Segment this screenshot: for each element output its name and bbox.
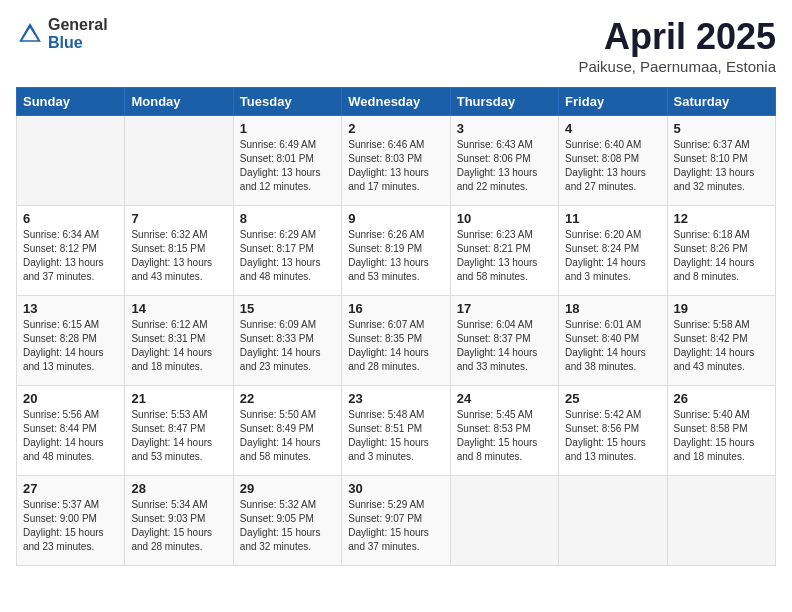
calendar-cell: 3Sunrise: 6:43 AM Sunset: 8:06 PM Daylig… — [450, 116, 558, 206]
day-info: Sunrise: 6:15 AM Sunset: 8:28 PM Dayligh… — [23, 318, 118, 374]
page-header: General Blue April 2025 Paikuse, Paernum… — [16, 16, 776, 75]
day-number: 21 — [131, 391, 226, 406]
day-info: Sunrise: 5:48 AM Sunset: 8:51 PM Dayligh… — [348, 408, 443, 464]
calendar-cell — [17, 116, 125, 206]
day-info: Sunrise: 6:46 AM Sunset: 8:03 PM Dayligh… — [348, 138, 443, 194]
day-info: Sunrise: 6:32 AM Sunset: 8:15 PM Dayligh… — [131, 228, 226, 284]
day-number: 24 — [457, 391, 552, 406]
day-info: Sunrise: 6:20 AM Sunset: 8:24 PM Dayligh… — [565, 228, 660, 284]
weekday-header-saturday: Saturday — [667, 88, 775, 116]
calendar-table: SundayMondayTuesdayWednesdayThursdayFrid… — [16, 87, 776, 566]
day-number: 10 — [457, 211, 552, 226]
day-info: Sunrise: 6:04 AM Sunset: 8:37 PM Dayligh… — [457, 318, 552, 374]
calendar-cell: 13Sunrise: 6:15 AM Sunset: 8:28 PM Dayli… — [17, 296, 125, 386]
day-number: 29 — [240, 481, 335, 496]
calendar-cell: 4Sunrise: 6:40 AM Sunset: 8:08 PM Daylig… — [559, 116, 667, 206]
day-number: 23 — [348, 391, 443, 406]
day-info: Sunrise: 6:29 AM Sunset: 8:17 PM Dayligh… — [240, 228, 335, 284]
calendar-cell: 16Sunrise: 6:07 AM Sunset: 8:35 PM Dayli… — [342, 296, 450, 386]
day-number: 28 — [131, 481, 226, 496]
calendar-cell: 20Sunrise: 5:56 AM Sunset: 8:44 PM Dayli… — [17, 386, 125, 476]
calendar-cell: 6Sunrise: 6:34 AM Sunset: 8:12 PM Daylig… — [17, 206, 125, 296]
calendar-cell: 17Sunrise: 6:04 AM Sunset: 8:37 PM Dayli… — [450, 296, 558, 386]
day-info: Sunrise: 6:01 AM Sunset: 8:40 PM Dayligh… — [565, 318, 660, 374]
calendar-cell: 18Sunrise: 6:01 AM Sunset: 8:40 PM Dayli… — [559, 296, 667, 386]
calendar-week-row: 13Sunrise: 6:15 AM Sunset: 8:28 PM Dayli… — [17, 296, 776, 386]
day-info: Sunrise: 5:32 AM Sunset: 9:05 PM Dayligh… — [240, 498, 335, 554]
calendar-week-row: 1Sunrise: 6:49 AM Sunset: 8:01 PM Daylig… — [17, 116, 776, 206]
day-info: Sunrise: 5:37 AM Sunset: 9:00 PM Dayligh… — [23, 498, 118, 554]
weekday-header-tuesday: Tuesday — [233, 88, 341, 116]
day-info: Sunrise: 5:56 AM Sunset: 8:44 PM Dayligh… — [23, 408, 118, 464]
day-info: Sunrise: 6:12 AM Sunset: 8:31 PM Dayligh… — [131, 318, 226, 374]
title-block: April 2025 Paikuse, Paernumaa, Estonia — [578, 16, 776, 75]
day-number: 3 — [457, 121, 552, 136]
calendar-cell — [559, 476, 667, 566]
logo-general-text: General — [48, 16, 108, 34]
day-number: 6 — [23, 211, 118, 226]
day-number: 18 — [565, 301, 660, 316]
day-info: Sunrise: 6:26 AM Sunset: 8:19 PM Dayligh… — [348, 228, 443, 284]
day-info: Sunrise: 5:58 AM Sunset: 8:42 PM Dayligh… — [674, 318, 769, 374]
day-number: 19 — [674, 301, 769, 316]
calendar-cell: 30Sunrise: 5:29 AM Sunset: 9:07 PM Dayli… — [342, 476, 450, 566]
calendar-cell — [125, 116, 233, 206]
calendar-cell: 7Sunrise: 6:32 AM Sunset: 8:15 PM Daylig… — [125, 206, 233, 296]
calendar-cell — [667, 476, 775, 566]
calendar-cell: 24Sunrise: 5:45 AM Sunset: 8:53 PM Dayli… — [450, 386, 558, 476]
day-info: Sunrise: 6:18 AM Sunset: 8:26 PM Dayligh… — [674, 228, 769, 284]
day-info: Sunrise: 5:50 AM Sunset: 8:49 PM Dayligh… — [240, 408, 335, 464]
calendar-cell: 5Sunrise: 6:37 AM Sunset: 8:10 PM Daylig… — [667, 116, 775, 206]
day-number: 16 — [348, 301, 443, 316]
day-info: Sunrise: 5:40 AM Sunset: 8:58 PM Dayligh… — [674, 408, 769, 464]
month-title: April 2025 — [578, 16, 776, 58]
calendar-cell: 2Sunrise: 6:46 AM Sunset: 8:03 PM Daylig… — [342, 116, 450, 206]
calendar-cell: 22Sunrise: 5:50 AM Sunset: 8:49 PM Dayli… — [233, 386, 341, 476]
day-info: Sunrise: 6:09 AM Sunset: 8:33 PM Dayligh… — [240, 318, 335, 374]
calendar-cell: 9Sunrise: 6:26 AM Sunset: 8:19 PM Daylig… — [342, 206, 450, 296]
day-number: 11 — [565, 211, 660, 226]
day-number: 25 — [565, 391, 660, 406]
day-number: 12 — [674, 211, 769, 226]
day-info: Sunrise: 5:53 AM Sunset: 8:47 PM Dayligh… — [131, 408, 226, 464]
day-number: 9 — [348, 211, 443, 226]
day-info: Sunrise: 5:34 AM Sunset: 9:03 PM Dayligh… — [131, 498, 226, 554]
calendar-cell: 19Sunrise: 5:58 AM Sunset: 8:42 PM Dayli… — [667, 296, 775, 386]
day-info: Sunrise: 6:49 AM Sunset: 8:01 PM Dayligh… — [240, 138, 335, 194]
day-info: Sunrise: 6:34 AM Sunset: 8:12 PM Dayligh… — [23, 228, 118, 284]
weekday-header-wednesday: Wednesday — [342, 88, 450, 116]
day-number: 13 — [23, 301, 118, 316]
calendar-cell — [450, 476, 558, 566]
logo: General Blue — [16, 16, 108, 51]
calendar-cell: 10Sunrise: 6:23 AM Sunset: 8:21 PM Dayli… — [450, 206, 558, 296]
day-info: Sunrise: 6:07 AM Sunset: 8:35 PM Dayligh… — [348, 318, 443, 374]
day-number: 8 — [240, 211, 335, 226]
calendar-cell: 8Sunrise: 6:29 AM Sunset: 8:17 PM Daylig… — [233, 206, 341, 296]
weekday-header-row: SundayMondayTuesdayWednesdayThursdayFrid… — [17, 88, 776, 116]
weekday-header-sunday: Sunday — [17, 88, 125, 116]
calendar-cell: 21Sunrise: 5:53 AM Sunset: 8:47 PM Dayli… — [125, 386, 233, 476]
calendar-cell: 27Sunrise: 5:37 AM Sunset: 9:00 PM Dayli… — [17, 476, 125, 566]
day-info: Sunrise: 6:37 AM Sunset: 8:10 PM Dayligh… — [674, 138, 769, 194]
day-number: 22 — [240, 391, 335, 406]
logo-icon — [16, 20, 44, 48]
calendar-week-row: 6Sunrise: 6:34 AM Sunset: 8:12 PM Daylig… — [17, 206, 776, 296]
day-number: 20 — [23, 391, 118, 406]
weekday-header-monday: Monday — [125, 88, 233, 116]
weekday-header-thursday: Thursday — [450, 88, 558, 116]
day-info: Sunrise: 5:45 AM Sunset: 8:53 PM Dayligh… — [457, 408, 552, 464]
day-number: 30 — [348, 481, 443, 496]
calendar-week-row: 27Sunrise: 5:37 AM Sunset: 9:00 PM Dayli… — [17, 476, 776, 566]
calendar-cell: 26Sunrise: 5:40 AM Sunset: 8:58 PM Dayli… — [667, 386, 775, 476]
day-info: Sunrise: 6:43 AM Sunset: 8:06 PM Dayligh… — [457, 138, 552, 194]
day-number: 2 — [348, 121, 443, 136]
day-number: 27 — [23, 481, 118, 496]
day-info: Sunrise: 6:40 AM Sunset: 8:08 PM Dayligh… — [565, 138, 660, 194]
day-info: Sunrise: 5:42 AM Sunset: 8:56 PM Dayligh… — [565, 408, 660, 464]
day-number: 14 — [131, 301, 226, 316]
day-number: 4 — [565, 121, 660, 136]
day-number: 7 — [131, 211, 226, 226]
calendar-cell: 11Sunrise: 6:20 AM Sunset: 8:24 PM Dayli… — [559, 206, 667, 296]
calendar-cell: 29Sunrise: 5:32 AM Sunset: 9:05 PM Dayli… — [233, 476, 341, 566]
day-number: 17 — [457, 301, 552, 316]
